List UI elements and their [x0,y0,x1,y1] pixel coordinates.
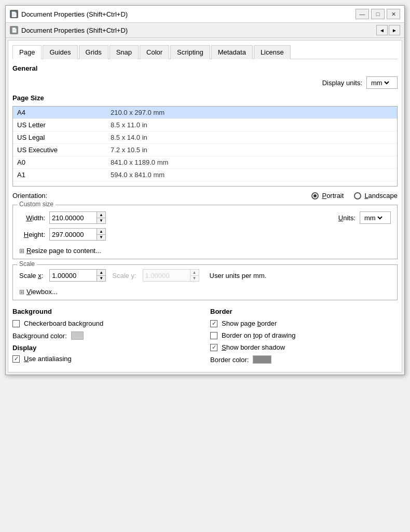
show-shadow-checkbox[interactable] [210,344,217,351]
units-select-box[interactable]: mm cm in px [360,211,391,224]
width-spin-up[interactable]: ▲ [97,212,105,218]
user-units-label: User units per mm. [210,272,267,280]
scale-x-input[interactable] [50,270,97,281]
display-title: Display [12,344,200,352]
units-select[interactable]: mm cm in px [362,214,384,222]
page-size-row-a4[interactable]: A4 210.0 x 297.0 mm [13,107,397,119]
toolbar-title: Document Properties (Shift+Ctrl+D) [21,26,373,34]
scale-y-spin-down: ▼ [190,276,199,282]
show-border-row[interactable]: Show page border [210,320,398,327]
show-border-checkbox[interactable] [210,320,217,327]
checkerboard-row[interactable]: Checkerboard background [12,320,200,327]
page-size-dims-a4: 210.0 x 297.0 mm [111,109,165,116]
height-input[interactable] [50,229,97,240]
custom-size-fieldset: Custom size Width: ▲ ▼ Units: [12,205,398,259]
background-title: Background [12,308,200,315]
height-input-group[interactable]: ▲ ▼ [49,228,106,241]
viewbox-link[interactable]: ⊞ Viewbox... [19,288,58,296]
width-spin-buttons: ▲ ▼ [97,212,105,223]
tab-metadata[interactable]: Metadata [211,45,253,59]
tab-page[interactable]: Page [12,45,42,59]
border-on-top-checkbox[interactable] [210,332,217,339]
width-input-group[interactable]: ▲ ▼ [49,211,106,224]
page-size-dims-us-executive: 7.2 x 10.5 in [111,146,147,154]
scale-y-input [143,270,190,281]
page-size-dims-us-letter: 8.5 x 11.0 in [111,121,147,129]
height-spin-up[interactable]: ▲ [97,229,105,235]
bottom-left: Background Checkerboard background Backg… [12,308,200,368]
bg-color-swatch[interactable] [71,331,84,340]
page-size-row-us-executive[interactable]: US Executive 7.2 x 10.5 in [13,144,397,156]
portrait-radio[interactable] [311,192,319,200]
page-size-title: Page Size [12,94,398,102]
tab-snap[interactable]: Snap [110,45,139,59]
toolbar-nav-buttons: ◄ ► [376,25,400,35]
scale-legend: Scale [17,260,37,268]
close-button[interactable]: ✕ [387,9,400,19]
antialias-label: Use antialiasing [24,355,72,363]
toolbar-bar: 📄 Document Properties (Shift+Ctrl+D) ◄ ► [6,23,404,38]
width-row: Width: ▲ ▼ Units: mm cm [19,211,391,224]
portrait-option[interactable]: Portrait [311,192,344,200]
landscape-radio[interactable] [354,192,361,200]
page-size-row-a0[interactable]: A0 841.0 x 1189.0 mm [13,156,397,169]
radio-options: Portrait Landscape [311,192,398,200]
height-row: Height: ▲ ▼ [19,228,391,241]
custom-size-content: Width: ▲ ▼ Units: mm cm [19,209,391,255]
border-title: Border [210,308,398,315]
page-size-row-us-legal[interactable]: US Legal 8.5 x 14.0 in [13,131,397,144]
border-on-top-row[interactable]: Border on top of drawing [210,331,398,339]
tab-license[interactable]: License [254,45,291,59]
app-icon: 📄 [10,10,18,18]
main-content: Page Guides Grids Snap Color Scripting M… [8,40,402,373]
height-spin-buttons: ▲ ▼ [97,229,105,240]
border-color-swatch[interactable] [253,355,271,364]
scale-x-spin-down[interactable]: ▼ [97,276,105,282]
scale-x-label: Scale x: [19,272,43,280]
bottom-section: Background Checkerboard background Backg… [12,308,398,368]
title-bar: 📄 Document Properties (Shift+Ctrl+D) — □… [6,6,404,23]
units-group: Units: mm cm in px [338,211,391,224]
page-size-dims-a0: 841.0 x 1189.0 mm [111,158,168,166]
maximize-button[interactable]: □ [371,9,385,19]
scale-y-spin-up: ▲ [190,270,199,276]
width-input[interactable] [50,212,97,223]
width-spin-down[interactable]: ▼ [97,218,105,224]
show-shadow-row[interactable]: Show border shadow [210,343,398,351]
page-size-dims-a1: 594.0 x 841.0 mm [111,171,165,179]
portrait-label: Portrait [322,192,344,200]
landscape-option[interactable]: Landscape [354,192,398,200]
scale-x-input-group[interactable]: ▲ ▼ [49,269,106,282]
tab-guides[interactable]: Guides [43,45,77,59]
border-color-row: Border color: [210,355,398,364]
scale-x-spin-buttons: ▲ ▼ [97,270,105,281]
page-size-dims-us-legal: 8.5 x 14.0 in [111,134,147,141]
page-size-list[interactable]: A4 210.0 x 297.0 mm US Letter 8.5 x 11.0… [12,106,398,187]
viewbox-plus-icon: ⊞ [19,288,24,296]
nav-fwd-button[interactable]: ► [389,25,400,35]
display-units-select[interactable]: mm cm in px pt [369,78,391,87]
page-size-row-a1[interactable]: A1 594.0 x 841.0 mm [13,169,397,181]
minimize-button[interactable]: — [356,9,369,19]
page-size-name-a4: A4 [17,109,69,116]
plus-icon: ⊞ [19,247,24,255]
toolbar-icon: 📄 [10,26,18,34]
antialias-row[interactable]: Use antialiasing [12,355,200,363]
checkerboard-checkbox[interactable] [12,320,20,327]
resize-link[interactable]: ⊞ Resize page to content... [19,247,101,255]
page-size-name-us-legal: US Legal [17,134,69,141]
height-label: Height: [19,231,45,238]
scale-fieldset: Scale Scale x: ▲ ▼ Scale y: ▲ ▼ [12,264,398,300]
tab-color[interactable]: Color [140,45,169,59]
display-units-row: Display units: mm cm in px pt [12,76,398,89]
page-size-row-us-letter[interactable]: US Letter 8.5 x 11.0 in [13,119,397,131]
display-units-select-box[interactable]: mm cm in px pt [366,76,398,89]
units-label: Units: [338,214,356,222]
nav-back-button[interactable]: ◄ [376,25,388,35]
scale-row: Scale x: ▲ ▼ Scale y: ▲ ▼ User uni [19,269,391,282]
tab-scripting[interactable]: Scripting [170,45,210,59]
tab-grids[interactable]: Grids [79,45,108,59]
scale-x-spin-up[interactable]: ▲ [97,270,105,276]
height-spin-down[interactable]: ▼ [97,235,105,241]
antialias-checkbox[interactable] [12,355,20,363]
